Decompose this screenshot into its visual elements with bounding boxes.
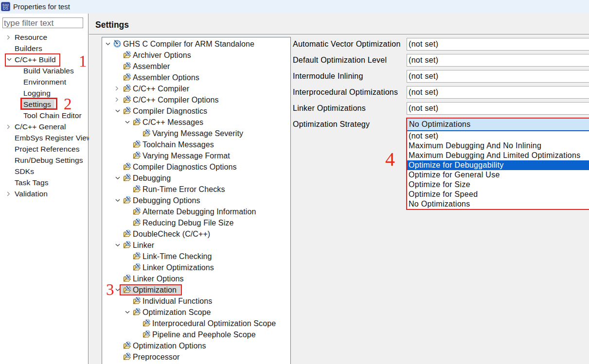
svg-text:DS: DS (3, 6, 9, 11)
